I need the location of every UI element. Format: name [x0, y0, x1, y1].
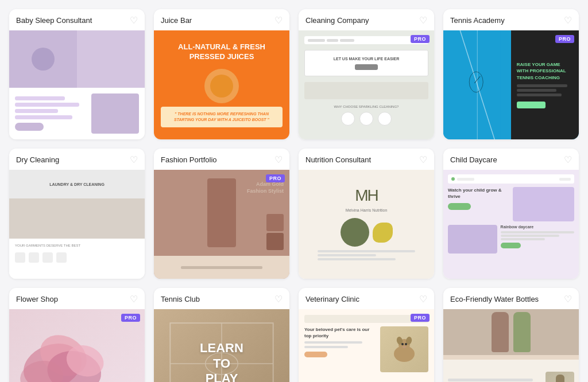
daycare-main: Watch your child grow & thrive [448, 187, 574, 221]
eco-top [443, 309, 579, 355]
card-baby-sleep: Baby Sleep Consultant ♡ [9, 9, 145, 139]
daycare-text: Watch your child grow & thrive [448, 187, 509, 221]
baby-bottom-left [15, 96, 87, 131]
card-title-tennis-acad: Tennis Academy [450, 16, 505, 25]
preview-nutrition[interactable]: MH Melvina Harris Nutrition [299, 170, 434, 279]
pro-badge-tennis-acad: PRO [555, 35, 574, 43]
card-title-daycare: Child Daycare [450, 155, 497, 164]
card-title-baby-sleep: Baby Sleep Consultant [16, 16, 92, 25]
daycare-headline: Watch your child grow & thrive [448, 187, 509, 200]
daycare-bottom-text: Rainbow daycare [501, 225, 574, 254]
eco-bottom [443, 360, 579, 382]
card-daycare: Child Daycare ♡ Watch your child grow & … [443, 149, 579, 279]
card-title-juice-bar: Juice Bar [161, 16, 192, 25]
card-header-daycare: Child Daycare ♡ [443, 149, 579, 170]
preview-juice-bar[interactable]: ALL-NATURAL & FRESH PRESSED JUICES " THE… [154, 30, 289, 139]
favorite-icon-juice-bar[interactable]: ♡ [274, 15, 283, 26]
cleaning-icons [304, 112, 428, 126]
card-header-fashion: Fashion Portfolio ♡ [154, 149, 289, 170]
preview-fashion[interactable]: PRO Adam Gold Fashion Stylist [154, 170, 289, 279]
card-dry-cleaning: Dry Cleaning ♡ LAUNDRY & DRY CLEANING YO… [9, 149, 145, 279]
card-cleaning-company: Cleaning Company ♡ PRO LET US MAKE YOUR … [299, 9, 434, 139]
card-title-tennis-club: Tennis Club [161, 295, 200, 303]
card-title-dry: Dry Cleaning [16, 155, 59, 164]
favorite-icon-nutrition[interactable]: ♡ [419, 154, 427, 165]
juice-title: ALL-NATURAL & FRESH PRESSED JUICES [161, 42, 283, 62]
pro-badge-cleaning: PRO [411, 35, 430, 43]
dry-bottom: YOUR GARMENTS DESERVE THE BEST [9, 239, 145, 279]
card-title-fashion: Fashion Portfolio [161, 155, 217, 164]
favorite-icon-tennis-acad[interactable]: ♡ [564, 15, 572, 26]
card-title-vet: Veterinary Clinic [305, 295, 359, 303]
cleaning-hero-text: LET US MAKE YOUR LIFE EASIER [311, 56, 422, 62]
cleaning-btn [355, 64, 378, 70]
template-grid: Baby Sleep Consultant ♡ [9, 9, 579, 382]
fashion-top: Adam Gold Fashion Stylist [154, 170, 289, 256]
eco-text [448, 379, 542, 383]
favorite-icon-eco[interactable]: ♡ [564, 294, 572, 305]
card-title-cleaning: Cleaning Company [305, 16, 369, 25]
court-lines [154, 309, 289, 382]
card-vet-clinic: Veterinary Clinic ♡ PRO Your beloved pet… [299, 288, 434, 382]
preview-flower[interactable]: PRO Make your loved... [9, 309, 145, 382]
favorite-icon-vet[interactable]: ♡ [419, 294, 427, 305]
favorite-icon-cleaning[interactable]: ♡ [419, 15, 427, 26]
preview-eco[interactable] [443, 309, 579, 382]
vet-headline: Your beloved pet's care is our top prior… [304, 326, 377, 339]
baby-top-left [9, 30, 77, 88]
cleaning-why-text: WHY CHOOSE SPARKLING CLEANING? [304, 105, 428, 108]
eco-bottle [492, 312, 509, 352]
card-header-baby-sleep: Baby Sleep Consultant ♡ [9, 9, 145, 30]
nutrition-lines [318, 250, 415, 262]
tennis-acad-court [443, 30, 511, 139]
baby-top [9, 30, 145, 88]
vet-nav [304, 315, 428, 323]
fashion-title: Fashion Stylist [247, 188, 284, 195]
preview-tennis-acad[interactable]: PRO RAISE YOUR GAME WITH PROFESSIONAL TE… [443, 30, 579, 139]
nutrition-monogram: MH [355, 186, 378, 205]
preview-baby-sleep[interactable] [9, 30, 145, 139]
dry-top: LAUNDRY & DRY CLEANING [9, 170, 145, 198]
juice-inner: ALL-NATURAL & FRESH PRESSED JUICES " THE… [154, 30, 289, 139]
card-header-dry: Dry Cleaning ♡ [9, 149, 145, 170]
daycare-cta [448, 203, 471, 210]
card-header-flower: Flower Shop ♡ [9, 288, 145, 309]
juice-quote: " THERE IS NOTHING MORE REFRESHING THAN … [161, 107, 283, 127]
fashion-bottom [154, 256, 289, 279]
dry-middle [9, 198, 145, 239]
preview-cleaning[interactable]: PRO LET US MAKE YOUR LIFE EASIER WHY CHO… [299, 30, 434, 139]
card-eco-water: Eco-Friendly Water Bottles ♡ [443, 288, 579, 382]
favorite-icon-tennis-club[interactable]: ♡ [274, 294, 283, 305]
favorite-icon-dry[interactable]: ♡ [130, 154, 138, 165]
baby-bottom-right [91, 93, 139, 134]
juice-circle [204, 69, 239, 103]
daycare-logo-dot [451, 177, 455, 181]
daycare-bottom: Rainbow daycare [448, 225, 574, 254]
baby-top-right [77, 30, 145, 88]
svg-point-19 [405, 343, 407, 345]
pro-badge-vet: PRO [411, 314, 430, 322]
fashion-line [181, 266, 262, 269]
favorite-icon-daycare[interactable]: ♡ [564, 154, 572, 165]
preview-vet[interactable]: PRO Your beloved pet's care is our top p… [299, 309, 434, 382]
daycare-small-lines [501, 231, 574, 240]
favorite-icon-flower[interactable]: ♡ [130, 294, 138, 305]
vet-text: Your beloved pet's care is our top prior… [304, 326, 377, 372]
card-header-tennis-club: Tennis Club ♡ [154, 288, 289, 309]
preview-dry[interactable]: LAUNDRY & DRY CLEANING YOUR GARMENTS DES… [9, 170, 145, 279]
dry-top-text: LAUNDRY & DRY CLEANING [49, 182, 105, 186]
card-tennis-club: Tennis Club ♡ LEARNTOPLAY [154, 288, 289, 382]
card-title-flower: Flower Shop [16, 295, 58, 303]
preview-daycare[interactable]: Watch your child grow & thrive Rainbow d… [443, 170, 579, 279]
dry-icons [15, 252, 139, 263]
svg-point-20 [403, 346, 406, 348]
favorite-icon-baby-sleep[interactable]: ♡ [130, 15, 138, 26]
preview-tennis-club[interactable]: LEARNTOPLAY [154, 309, 289, 382]
card-header-juice-bar: Juice Bar ♡ [154, 9, 289, 30]
daycare-image [513, 187, 574, 221]
pro-badge-fashion: PRO [266, 174, 285, 182]
card-header-vet: Veterinary Clinic ♡ [299, 288, 434, 309]
favorite-icon-fashion[interactable]: ♡ [274, 154, 283, 165]
vet-pet-image [380, 326, 428, 372]
daycare-rainbow: Rainbow daycare [501, 225, 574, 229]
